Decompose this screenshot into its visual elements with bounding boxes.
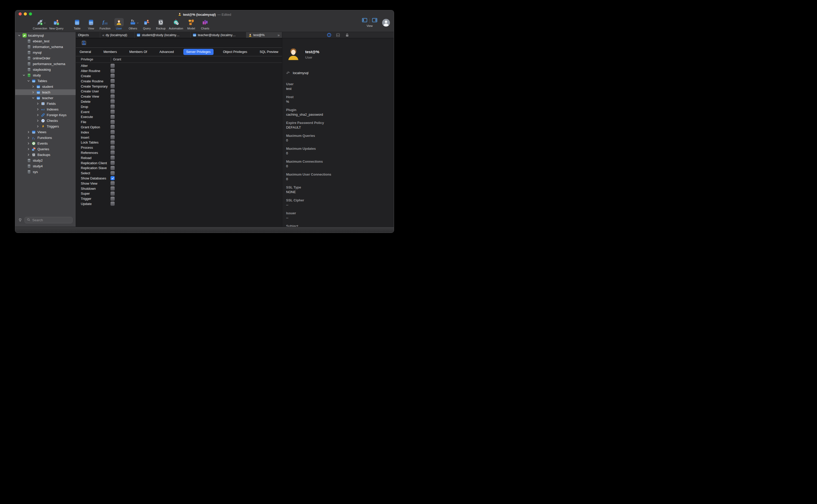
chevron-right-icon[interactable] [36,102,39,105]
account-avatar[interactable] [382,19,390,27]
privilege-row-insert[interactable]: Insert [76,135,282,140]
subtab-general[interactable]: General [77,49,94,55]
tree-item-ebean-test[interactable]: ebean_test [15,38,76,44]
toolbar-query-button[interactable]: Query [140,18,154,30]
ddl-icon[interactable]: DDL [335,33,341,38]
grant-checkbox[interactable] [111,69,115,73]
chevron-down-icon[interactable] [18,34,20,37]
grant-checkbox[interactable] [111,95,115,99]
subtab-object-privileges[interactable]: Object Privileges [220,49,250,55]
grant-checkbox[interactable] [111,84,115,88]
grant-checkbox[interactable] [111,120,115,124]
info-icon[interactable] [326,33,332,38]
privilege-row-event[interactable]: Event [76,109,282,114]
grant-checkbox[interactable] [111,140,115,145]
grant-checkbox-checked[interactable] [111,176,115,180]
privilege-row-grant-option[interactable]: Grant Option [76,125,282,130]
tree-item-localmysql[interactable]: localmysql [15,33,76,38]
grant-checkbox[interactable] [111,110,115,114]
grant-checkbox[interactable] [111,151,115,155]
privilege-row-file[interactable]: File [76,120,282,125]
privilege-row-references[interactable]: References [76,150,282,155]
toolbar-table-button[interactable]: Table [70,18,84,30]
tab-teacher-study-localmy[interactable]: teacher@study (localmy… [191,32,246,38]
tree-item-events[interactable]: Events [15,140,76,146]
grant-checkbox[interactable] [111,197,115,201]
grant-checkbox[interactable] [111,146,115,150]
grant-checkbox[interactable] [111,156,115,160]
subtab-sql-preview[interactable]: SQL Preview [257,49,281,55]
grant-checkbox[interactable] [111,74,115,78]
privilege-row-execute[interactable]: Execute [76,114,282,120]
connection-plug-icon[interactable] [18,218,22,222]
grant-checkbox[interactable] [111,99,115,104]
privilege-row-update[interactable]: Update [76,201,282,207]
grant-checkbox[interactable] [111,115,115,119]
grant-checkbox[interactable] [111,125,115,129]
minimize-button[interactable] [24,12,27,15]
close-button[interactable] [19,12,22,15]
search-input[interactable] [32,218,70,222]
chevron-down-icon[interactable] [32,97,34,99]
privilege-row-show-databases[interactable]: Show Databases [76,176,282,181]
grant-checkbox[interactable] [111,89,115,93]
lock-icon[interactable] [344,33,350,38]
tree-item-student[interactable]: student [15,84,76,89]
privilege-row-lock-tables[interactable]: Lock Tables [76,140,282,145]
chevron-right-icon[interactable] [27,148,30,150]
toolbar-others-button[interactable]: Others [126,18,140,30]
tree-item-triggers[interactable]: Triggers [15,123,76,129]
chevron-right-icon[interactable] [27,142,30,145]
chevron-down-icon[interactable] [27,80,30,82]
chevron-right-icon[interactable] [32,91,34,93]
grant-checkbox[interactable] [111,186,115,191]
tree-item-fields[interactable]: Fields [15,101,76,106]
tree-item-teacher[interactable]: teacher [15,95,76,101]
grant-checkbox[interactable] [111,181,115,185]
chevron-right-icon[interactable] [36,119,39,122]
privilege-row-select[interactable]: Select [76,171,282,176]
privilege-row-create-routine[interactable]: Create Routine [76,78,282,84]
tab-scroll-right-icon[interactable]: » [278,33,280,37]
grant-checkbox[interactable] [111,64,115,68]
chevron-right-icon[interactable] [36,125,39,128]
grant-checkbox[interactable] [111,202,115,206]
privilege-row-shutdown[interactable]: Shutdown [76,186,282,191]
tree-item-information-schema[interactable]: information_schema [15,44,76,50]
tree-item-staybooking[interactable]: staybooking [15,67,76,72]
grant-checkbox[interactable] [111,105,115,109]
zoom-button[interactable] [29,12,32,15]
toolbar-model-button[interactable]: Model [184,18,198,30]
tree-item-study[interactable]: study [15,72,76,78]
toggle-right-panel-icon[interactable] [372,18,377,23]
privilege-row-replication-slave[interactable]: Replication Slave [76,166,282,171]
subtab-advanced[interactable]: Advanced [156,49,177,55]
search-box[interactable] [25,217,73,223]
privilege-row-super[interactable]: Super [76,191,282,196]
chevron-right-icon[interactable] [27,153,30,156]
toolbar-view-button[interactable]: View [84,18,98,30]
privilege-row-alter[interactable]: Alter [76,63,282,68]
toolbar-charts-button[interactable]: Charts [198,18,212,30]
tree-item-backups[interactable]: Backups [15,152,76,157]
privilege-row-create-view[interactable]: Create View [76,94,282,99]
privilege-row-delete[interactable]: Delete [76,99,282,104]
privilege-row-alter-routine[interactable]: Alter Routine [76,68,282,74]
grant-checkbox[interactable] [111,166,115,170]
privilege-row-create-temporary[interactable]: Create Temporary [76,84,282,89]
chevron-right-icon[interactable] [27,131,30,133]
chevron-right-icon[interactable] [36,114,39,116]
tree-item-indexes[interactable]: A-ZIndexes [15,106,76,112]
tab-student-study-localmy[interactable]: student@study (localmy… [135,32,191,38]
chevron-down-icon[interactable] [22,74,25,76]
toolbar-automation-button[interactable]: Automation [168,18,184,30]
toolbar-user-button[interactable]: User [112,18,126,30]
tree-item-mysql[interactable]: mysql [15,50,76,55]
tab-dy-localmysql[interactable]: «dy (localmysql) [100,32,135,38]
grant-checkbox[interactable] [111,192,115,196]
tree-item-foreign-keys[interactable]: Foreign Keys [15,112,76,118]
privilege-row-reload[interactable]: Reload [76,155,282,160]
tree-item-teach[interactable]: teach [15,89,76,95]
privilege-row-replication-client[interactable]: Replication Client [76,160,282,166]
privilege-row-create-user[interactable]: Create User [76,89,282,94]
